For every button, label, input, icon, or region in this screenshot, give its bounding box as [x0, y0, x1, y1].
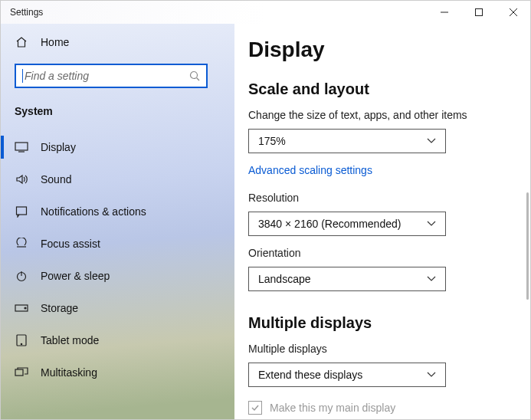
- sound-icon: [15, 173, 28, 185]
- page-title: Display: [248, 38, 509, 62]
- minimize-button[interactable]: [427, 1, 461, 24]
- sidebar-item-tablet-mode[interactable]: Tablet mode: [1, 324, 234, 356]
- chevron-down-icon: [427, 138, 436, 144]
- close-button[interactable]: [496, 1, 530, 24]
- sidebar-item-label: Sound: [41, 173, 71, 185]
- svg-rect-8: [17, 207, 27, 215]
- home-icon: [15, 36, 28, 48]
- multiple-displays-value: Extend these displays: [258, 369, 362, 381]
- sidebar: Home System Display: [1, 24, 234, 419]
- multitasking-icon: [15, 367, 28, 378]
- sidebar-item-multitasking[interactable]: Multitasking: [1, 356, 234, 389]
- sidebar-item-storage[interactable]: Storage: [1, 292, 234, 324]
- tablet-icon: [15, 334, 28, 346]
- sidebar-item-display[interactable]: Display: [1, 131, 234, 163]
- storage-icon: [15, 304, 28, 313]
- settings-window: Settings Home: [0, 0, 531, 420]
- text-size-value: 175%: [258, 135, 286, 147]
- notifications-icon: [15, 205, 28, 218]
- content-pane: Display Scale and layout Change the size…: [234, 24, 530, 419]
- titlebar: Settings: [1, 1, 530, 24]
- sidebar-item-label: Notifications & actions: [41, 205, 146, 218]
- text-size-select[interactable]: 175%: [248, 129, 446, 153]
- section-heading-scale: Scale and layout: [248, 80, 509, 98]
- chevron-down-icon: [427, 372, 436, 378]
- sidebar-item-label: Storage: [41, 302, 78, 314]
- chevron-down-icon: [427, 276, 436, 282]
- sidebar-item-label: Multitasking: [41, 366, 97, 379]
- main-display-checkbox-row: Make this my main display: [248, 401, 509, 415]
- window-controls: [427, 1, 530, 24]
- resolution-label: Resolution: [248, 192, 509, 204]
- search-wrap: [1, 57, 234, 94]
- sidebar-item-focus-assist[interactable]: Focus assist: [1, 228, 234, 260]
- display-icon: [15, 142, 28, 153]
- resolution-select[interactable]: 3840 × 2160 (Recommended): [248, 212, 446, 236]
- svg-point-4: [191, 72, 198, 79]
- nav-home-label: Home: [41, 36, 69, 48]
- svg-line-5: [197, 78, 200, 81]
- svg-point-15: [21, 343, 21, 344]
- window-title: Settings: [10, 7, 43, 18]
- main-display-checkbox-label: Make this my main display: [270, 402, 395, 414]
- orientation-value: Landscape: [258, 273, 311, 285]
- maximize-button[interactable]: [461, 1, 496, 24]
- svg-rect-16: [15, 369, 23, 376]
- sidebar-item-sound[interactable]: Sound: [1, 163, 234, 195]
- text-cursor: [22, 69, 23, 83]
- sidebar-item-label: Focus assist: [41, 238, 100, 250]
- sidebar-item-notifications[interactable]: Notifications & actions: [1, 195, 234, 228]
- advanced-scaling-link[interactable]: Advanced scaling settings: [248, 164, 509, 176]
- scrollbar[interactable]: [526, 192, 529, 300]
- search-input[interactable]: [15, 64, 208, 88]
- sidebar-item-label: Power & sleep: [41, 270, 110, 282]
- focus-assist-icon: [15, 238, 28, 250]
- sidebar-item-label: Display: [41, 141, 76, 153]
- svg-point-13: [25, 307, 26, 309]
- text-size-label: Change the size of text, apps, and other…: [248, 109, 509, 121]
- search-icon: [189, 71, 200, 81]
- svg-rect-1: [475, 9, 482, 16]
- chevron-down-icon: [427, 221, 436, 227]
- svg-rect-6: [15, 143, 28, 150]
- sidebar-item-power-sleep[interactable]: Power & sleep: [1, 260, 234, 292]
- main-display-checkbox: [248, 401, 262, 415]
- search-field[interactable]: [25, 70, 189, 82]
- multiple-displays-label: Multiple displays: [248, 343, 509, 355]
- multiple-displays-select[interactable]: Extend these displays: [248, 363, 446, 387]
- power-icon: [15, 270, 28, 282]
- window-body: Home System Display: [1, 24, 530, 419]
- orientation-select[interactable]: Landscape: [248, 267, 446, 291]
- orientation-label: Orientation: [248, 247, 509, 259]
- nav-home[interactable]: Home: [1, 27, 234, 57]
- sidebar-section-label: System: [1, 94, 234, 131]
- sidebar-item-label: Tablet mode: [41, 334, 99, 346]
- resolution-value: 3840 × 2160 (Recommended): [258, 218, 401, 230]
- section-heading-multiple: Multiple displays: [248, 314, 509, 332]
